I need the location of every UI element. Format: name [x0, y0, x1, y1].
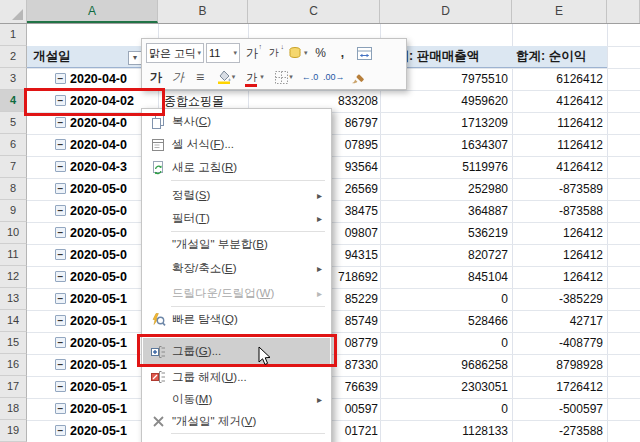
date-cell[interactable]: −2020-05-1 [55, 332, 127, 354]
date-cell[interactable]: −2020-05-1 [55, 310, 127, 332]
profit-cell[interactable]: -408779 [512, 332, 603, 354]
profit-cell[interactable]: -500597 [512, 398, 603, 420]
menu-item-refresh[interactable]: 새로 고침(R) [143, 156, 330, 179]
collapse-button[interactable]: − [55, 183, 66, 194]
profit-cell[interactable]: 126412 [512, 222, 603, 244]
collapse-button[interactable]: − [55, 359, 66, 370]
sales-cell[interactable]: 5119976 [380, 156, 508, 178]
column-header-c[interactable]: C [248, 0, 380, 23]
row-header-7[interactable]: 7 [0, 156, 27, 178]
menu-item-subtotal[interactable]: "개설일" 부분합(B) [143, 233, 330, 256]
profit-cell[interactable]: 1126412 [512, 134, 603, 156]
row-header-2[interactable]: 2 [0, 46, 27, 68]
format-painter-button[interactable] [348, 67, 368, 87]
menu-item-quick-explore[interactable]: 빠른 탐색(Q) [143, 308, 330, 331]
accounting-format-button[interactable]: ▾ [286, 43, 309, 63]
profit-cell[interactable]: 1126412 [512, 112, 603, 134]
date-cell[interactable]: −2020-05-1 [55, 420, 127, 442]
collapse-button[interactable]: − [55, 425, 66, 436]
row-header-18[interactable]: 18 [0, 398, 27, 420]
menu-item-sort[interactable]: 정렬(S)▸ [143, 184, 330, 207]
row-header-10[interactable]: 10 [0, 222, 27, 244]
profit-cell[interactable]: 4126412 [512, 90, 603, 112]
sales-cell[interactable]: 845104 [380, 266, 508, 288]
column-header-partial[interactable] [607, 0, 640, 23]
profit-cell[interactable]: -873588 [512, 200, 603, 222]
sales-cell[interactable]: 9686258 [380, 354, 508, 376]
menu-item-ungroup[interactable]: 그룹 해제(U)... [143, 366, 330, 388]
sales-cell[interactable]: 0 [380, 288, 508, 310]
shrink-font-button[interactable]: 가↓ [264, 43, 284, 63]
field-filter-dropdown[interactable]: ▾ [128, 51, 142, 65]
sales-cell[interactable]: 0 [380, 398, 508, 420]
sales-cell[interactable]: 1634307 [380, 134, 508, 156]
row-header-9[interactable]: 9 [0, 200, 27, 222]
date-cell[interactable]: −2020-05-0 [55, 200, 127, 222]
collapse-button[interactable]: − [55, 205, 66, 216]
sales-cell[interactable]: 1713209 [380, 112, 508, 134]
profit-column-header[interactable]: 합계: 순이익 [516, 46, 586, 68]
row-header-11[interactable]: 11 [0, 244, 27, 266]
collapse-button[interactable]: − [55, 271, 66, 282]
percent-style-button[interactable]: % [311, 43, 331, 63]
date-cell[interactable]: −2020-04-0 [55, 134, 127, 156]
collapse-button[interactable]: − [55, 293, 66, 304]
grow-font-button[interactable]: 가↑ [242, 43, 262, 63]
font-size-combo[interactable]: 11 ▾ [206, 43, 240, 63]
row-header-14[interactable]: 14 [0, 310, 27, 332]
row-header-1[interactable]: 1 [0, 24, 27, 46]
date-cell[interactable]: −2020-04-0 [55, 68, 127, 90]
comma-style-button[interactable]: , [333, 43, 353, 63]
bold-button[interactable]: 가 [146, 67, 166, 87]
collapse-button[interactable]: − [55, 403, 66, 414]
date-cell[interactable]: −2020-04-3 [55, 156, 127, 178]
row-header-3[interactable]: 3 [0, 68, 27, 90]
date-cell[interactable]: −2020-05-0 [55, 266, 127, 288]
menu-item-filter[interactable]: 필터(T)▸ [143, 207, 330, 230]
row-header-16[interactable]: 16 [0, 354, 27, 376]
collapse-button[interactable]: − [55, 161, 66, 172]
collapse-button[interactable]: − [55, 73, 66, 84]
profit-cell[interactable]: -873589 [512, 178, 603, 200]
date-cell[interactable]: −2020-05-1 [55, 288, 127, 310]
collapse-button[interactable]: − [55, 227, 66, 238]
menu-item-copy[interactable]: 복사(C) [143, 110, 330, 133]
row-header-12[interactable]: 12 [0, 266, 27, 288]
row-header-8[interactable]: 8 [0, 178, 27, 200]
collapse-button[interactable]: − [55, 337, 66, 348]
italic-button[interactable]: 가 [168, 67, 188, 87]
decrease-decimal-button[interactable]: .00→ [322, 67, 346, 87]
sales-cell[interactable]: 252980 [380, 178, 508, 200]
row-header-19[interactable]: 19 [0, 420, 27, 442]
collapse-button[interactable]: − [55, 249, 66, 260]
profit-cell[interactable]: 126412 [512, 244, 603, 266]
sales-cell[interactable]: 1128133 [380, 420, 508, 442]
profit-cell[interactable]: 8798928 [512, 354, 603, 376]
sales-cell[interactable]: 0 [380, 332, 508, 354]
profit-cell[interactable]: 126412 [512, 266, 603, 288]
font-color-button[interactable]: 가 ▾ [242, 67, 268, 87]
profit-cell[interactable]: 42717 [512, 310, 603, 332]
menu-item-remove-field[interactable]: "개설일" 제거(V) [143, 411, 330, 432]
menu-item-expand-collapse[interactable]: 확장/축소(E)▸ [143, 257, 330, 280]
sales-cell[interactable]: 528466 [380, 310, 508, 332]
profit-cell[interactable]: -385229 [512, 288, 603, 310]
sales-cell[interactable]: 536219 [380, 222, 508, 244]
font-name-combo[interactable]: 맑은 고딕 ▾ [146, 43, 204, 63]
sales-cell[interactable]: 4959620 [380, 90, 508, 112]
collapse-button[interactable]: − [55, 117, 66, 128]
collapse-button[interactable]: − [55, 139, 66, 150]
fill-color-button[interactable]: ▾ [212, 67, 240, 87]
collapse-button[interactable]: − [55, 315, 66, 326]
column-header-e[interactable]: E [512, 0, 607, 23]
row-header-13[interactable]: 13 [0, 288, 27, 310]
row-header-17[interactable]: 17 [0, 376, 27, 398]
date-cell[interactable]: −2020-05-0 [55, 178, 127, 200]
row-header-4[interactable]: 4 [0, 90, 27, 112]
date-cell[interactable]: −2020-05-0 [55, 222, 127, 244]
menu-item-field-settings[interactable]: 필드 설정(N)... [143, 435, 330, 442]
profit-cell[interactable]: 6126412 [512, 68, 603, 90]
align-center-button[interactable]: ≡ [190, 67, 210, 87]
date-cell[interactable]: −2020-05-1 [55, 398, 127, 420]
select-all-corner[interactable] [0, 0, 27, 23]
